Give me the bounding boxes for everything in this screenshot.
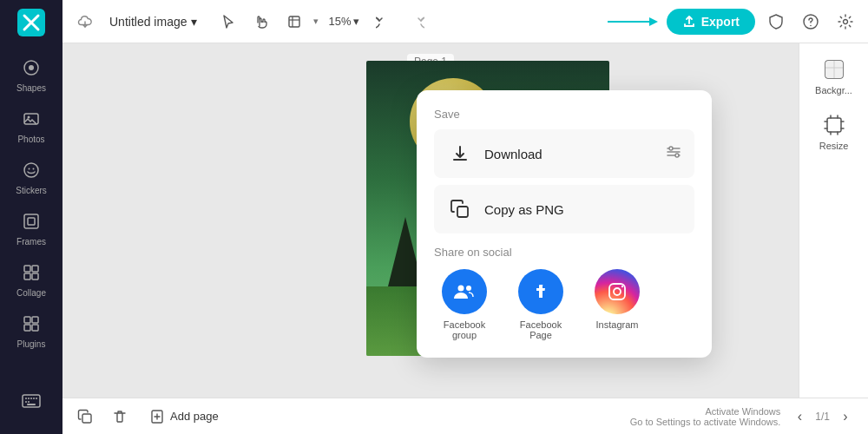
sidebar-item-plugins[interactable]: Plugins	[0, 305, 62, 356]
canvas-area[interactable]: Page 1 Save	[62, 43, 799, 398]
resize-label: Resize	[819, 141, 849, 151]
svg-point-47	[614, 288, 621, 295]
copy-png-btn[interactable]: Copy as PNG	[434, 185, 694, 233]
collage-label: Collage	[16, 288, 46, 298]
redo-btn[interactable]	[403, 8, 431, 36]
save-section-title: Save	[434, 108, 694, 121]
next-page-btn[interactable]: ›	[833, 404, 858, 429]
svg-rect-14	[24, 273, 30, 279]
svg-rect-11	[28, 218, 35, 225]
svg-point-4	[29, 65, 34, 70]
share-facebook-group[interactable]: Facebookgroup	[434, 269, 495, 340]
export-label: Export	[701, 15, 740, 29]
sidebar-item-shapes[interactable]: Shapes	[0, 49, 62, 100]
prev-page-btn[interactable]: ‹	[787, 404, 812, 429]
stickers-icon	[19, 158, 43, 182]
sidebar: Shapes Photos Stickers	[0, 0, 62, 434]
share-facebook-page[interactable]: FacebookPage	[510, 269, 571, 340]
topbar-right: Export	[608, 8, 859, 36]
delete-page-btn[interactable]	[108, 404, 132, 429]
add-page-btn[interactable]: Add page	[142, 405, 226, 428]
background-label: Backgr...	[815, 85, 852, 95]
zoom-control[interactable]: 15% ▾	[324, 11, 365, 31]
sidebar-bottom	[0, 382, 62, 427]
svg-rect-15	[32, 273, 38, 279]
app-logo[interactable]	[16, 7, 47, 38]
download-settings-icon[interactable]	[665, 143, 682, 164]
frame-tool-btn[interactable]	[280, 8, 308, 36]
zoom-dropdown-icon: ▾	[353, 15, 359, 28]
frame-dropdown-icon[interactable]: ▾	[313, 16, 319, 27]
svg-point-41	[669, 147, 673, 150]
undo-btn[interactable]	[370, 8, 398, 36]
topbar: Untitled image ▾	[62, 0, 868, 43]
collage-icon	[19, 260, 43, 285]
svg-rect-5	[24, 114, 38, 124]
facebook-page-label: FacebookPage	[520, 319, 562, 340]
hand-tool-btn[interactable]	[247, 8, 275, 36]
copy-page-btn[interactable]	[73, 404, 97, 429]
help-btn[interactable]	[797, 8, 825, 36]
sidebar-item-keyboard[interactable]	[0, 382, 62, 420]
svg-rect-51	[827, 118, 841, 132]
document-title: Untitled image	[109, 15, 187, 29]
export-panel: Save Download	[417, 90, 712, 358]
activate-windows-title: Activate Windows	[630, 406, 781, 417]
photos-label: Photos	[17, 135, 44, 144]
title-area[interactable]: Untitled image ▾	[109, 15, 197, 29]
bottombar-right: Activate Windows Go to Settings to activ…	[630, 404, 858, 429]
svg-rect-12	[24, 266, 30, 272]
resize-btn[interactable]: Resize	[806, 106, 862, 158]
page-nav: ‹ 1/1 ›	[787, 404, 858, 429]
svg-point-8	[29, 168, 30, 170]
settings-btn[interactable]	[832, 8, 859, 36]
facebook-page-icon	[518, 269, 563, 314]
right-panel: Backgr... Resize	[799, 43, 868, 398]
svg-rect-10	[24, 214, 38, 228]
sidebar-item-stickers[interactable]: Stickers	[0, 151, 62, 202]
svg-point-9	[33, 168, 35, 170]
title-dropdown-icon: ▾	[191, 15, 197, 29]
sidebar-item-frames[interactable]: Frames	[0, 202, 62, 253]
svg-marker-34	[649, 17, 658, 26]
svg-point-7	[24, 163, 38, 177]
svg-rect-18	[24, 325, 30, 331]
sidebar-item-collage[interactable]: Collage	[0, 253, 62, 305]
copy-png-icon	[448, 197, 472, 221]
add-page-label: Add page	[170, 410, 219, 423]
instagram-icon	[595, 269, 640, 314]
cloud-save-icon[interactable]	[71, 8, 99, 36]
shield-btn[interactable]	[762, 8, 790, 36]
svg-rect-43	[457, 207, 468, 217]
activate-windows-text: Activate Windows Go to Settings to activ…	[630, 406, 781, 427]
shapes-label: Shapes	[16, 83, 46, 93]
svg-point-48	[621, 286, 623, 287]
page-nav-label: 1/1	[815, 411, 830, 423]
sidebar-item-photos[interactable]: Photos	[0, 100, 62, 151]
facebook-group-icon	[442, 269, 487, 314]
export-button[interactable]: Export	[667, 9, 755, 35]
plugins-icon	[19, 312, 43, 336]
svg-rect-13	[32, 266, 38, 272]
svg-rect-19	[32, 325, 38, 331]
svg-rect-17	[32, 317, 38, 323]
arrow-indicator	[608, 13, 660, 30]
topbar-tools: ▾ 15% ▾	[214, 8, 431, 36]
download-icon	[448, 141, 472, 166]
select-tool-btn[interactable]	[214, 8, 242, 36]
keyboard-icon	[19, 389, 43, 413]
stickers-label: Stickers	[16, 186, 47, 195]
share-instagram[interactable]: Instagram	[587, 269, 648, 340]
activate-windows-sub: Go to Settings to activate Windows.	[630, 417, 781, 427]
shapes-icon	[19, 56, 43, 80]
bottombar: Add page Activate Windows Go to Settings…	[62, 398, 868, 434]
instagram-label: Instagram	[596, 319, 639, 330]
share-icons-row: Facebookgroup FacebookPage	[434, 269, 694, 340]
download-btn[interactable]: Download	[434, 129, 694, 178]
background-btn[interactable]: Backgr...	[806, 50, 862, 102]
photos-icon	[19, 107, 43, 131]
svg-point-42	[675, 154, 679, 157]
svg-rect-16	[24, 317, 30, 323]
share-section: Share on social	[434, 246, 694, 340]
copy-png-label: Copy as PNG	[484, 202, 564, 217]
